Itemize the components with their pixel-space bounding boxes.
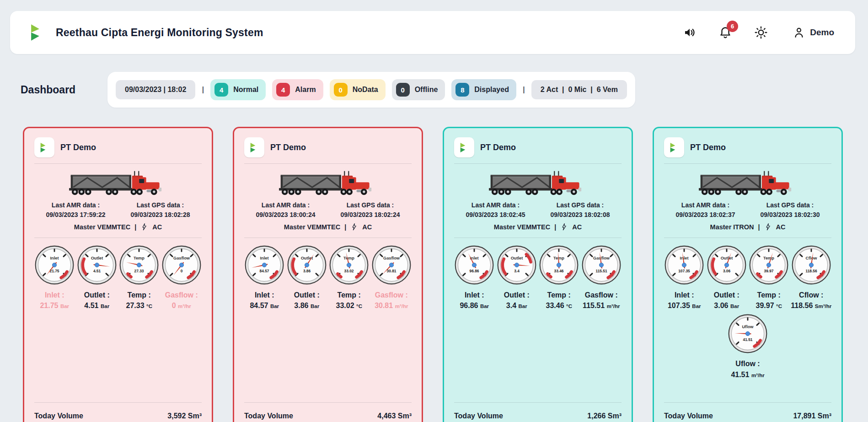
gauges-row: Inlet 21.75 Inlet : 21.75 Bar Outlet 4.5… (33, 245, 203, 311)
svg-text:Temp: Temp (343, 256, 354, 260)
status-badge-displayed[interactable]: 8 Displayed (451, 79, 516, 100)
gauge-temp-icon: Temp 39.97 (749, 245, 789, 285)
notifications-button[interactable]: 6 (718, 26, 732, 39)
gauge-name: Temp : (546, 290, 572, 300)
status-badge-nodata[interactable]: 0 NoData (330, 79, 386, 100)
gauge-value: 41.51 m³/hr (731, 369, 764, 380)
last-gps-label: Last GPS data : (538, 200, 622, 210)
svg-text:0: 0 (180, 269, 182, 273)
site-card-alarm[interactable]: PT Demo (23, 127, 213, 422)
gauge-label: Inlet : 84.57 Bar (250, 290, 279, 311)
site-card-normal[interactable]: PT Demo (443, 127, 633, 422)
gauge-outlet-icon: Outlet 3.4 (497, 245, 537, 285)
last-amr-value: 09/03/2023 17:59:22 (33, 210, 118, 220)
card-header: PT Demo (663, 135, 832, 163)
site-card-alarm[interactable]: PT Demo (233, 127, 423, 422)
last-amr-label: Last AMR data : (243, 200, 328, 210)
site-card-normal[interactable]: PT Demo (653, 127, 843, 422)
divider (34, 238, 202, 238)
gauge-temp: Temp 27.33 Temp : 27.33 °C (118, 245, 161, 311)
theme-toggle-button[interactable] (754, 26, 768, 39)
sun-icon (754, 26, 768, 39)
last-gps-value: 09/03/2023 18:02:08 (538, 210, 622, 220)
company-name: PT Demo (270, 143, 306, 152)
last-gps: Last GPS data : 09/03/2023 18:02:24 (328, 200, 413, 220)
volumes: Today Volume 1,266 Sm³ This Month Volume… (453, 407, 622, 422)
gauge-value: 3.06 Bar (714, 300, 739, 311)
svg-text:21.75: 21.75 (50, 269, 59, 273)
last-amr: Last AMR data : 09/03/2023 18:00:24 (243, 200, 328, 220)
gauge-inlet: Inlet 84.57 Inlet : 84.57 Bar (243, 245, 286, 311)
gauge-gasflow-icon: Gasflow 30.81 (371, 245, 412, 285)
app-title: Reethau Cipta Energi Monitoring System (56, 27, 263, 39)
today-volume-row: Today Volume 17,891 Sm³ (663, 407, 832, 422)
divider (664, 402, 831, 403)
user-menu-button[interactable]: Demo (790, 26, 837, 39)
gauge-name: Outlet : (504, 290, 530, 300)
separator: | (554, 223, 556, 231)
gauge-uflow: Uflow 41.51 Uflow : 41.51 m³/hr (728, 314, 768, 379)
today-volume-value: 1,266 Sm³ (587, 412, 622, 420)
volumes: Today Volume 4,463 Sm³ This Month Volume… (243, 407, 413, 422)
svg-text:Inlet: Inlet (260, 256, 269, 260)
card-meta: Last AMR data : 09/03/2023 18:02:45 Last… (453, 200, 622, 220)
gauge-name: Inlet : (250, 290, 279, 300)
gauge-temp: Temp 33.46 Temp : 33.46 °C (538, 245, 580, 311)
gauge-temp: Temp 39.97 Temp : 39.97 °C (748, 245, 790, 311)
gauge-label: Uflow : 41.51 m³/hr (731, 358, 764, 379)
today-volume-label: Today Volume (34, 412, 83, 420)
gauge-value: 3.86 Bar (294, 300, 320, 311)
company-name: PT Demo (690, 143, 726, 152)
status-badge-offline[interactable]: 0 Offline (392, 79, 445, 100)
gauge-label: Cflow : 118.56 Sm³/hr (791, 290, 831, 311)
separator: | (758, 223, 760, 231)
status-badge-normal[interactable]: 4 Normal (210, 79, 266, 100)
card-header: PT Demo (33, 135, 203, 163)
gauge-name: Uflow : (731, 358, 764, 369)
card-meta: Last AMR data : 09/03/2023 18:02:37 Last… (663, 200, 832, 220)
gauge-outlet: Outlet 3.06 Outlet : 3.06 Bar (706, 245, 748, 311)
svg-text:Outlet: Outlet (300, 256, 313, 260)
today-volume-label: Today Volume (454, 412, 503, 420)
gauge-name: Cflow : (791, 290, 831, 300)
status-badge-alarm[interactable]: 4 Alarm (272, 79, 323, 100)
gauge-outlet: Outlet 4.51 Outlet : 4.51 Bar (76, 245, 118, 311)
master-name: Master ITRON (710, 223, 754, 231)
gauge-name: Inlet : (40, 290, 69, 300)
svg-text:33.46: 33.46 (554, 269, 564, 273)
gauge-inlet: Inlet 96.86 Inlet : 96.86 Bar (453, 245, 496, 311)
last-gps-label: Last GPS data : (328, 200, 413, 210)
gauge-inlet-icon: Inlet 96.86 (454, 245, 494, 285)
svg-text:30.81: 30.81 (386, 269, 396, 273)
svg-text:33.02: 33.02 (344, 269, 354, 273)
svg-text:Outlet: Outlet (720, 256, 733, 260)
extra-gauge-row: Uflow 41.51 Uflow : 41.51 m³/hr (663, 314, 832, 379)
speaker-icon (683, 26, 697, 39)
today-volume-row: Today Volume 4,463 Sm³ (243, 407, 413, 422)
gauge-outlet-icon: Outlet 3.86 (287, 245, 327, 285)
gauge-value: 96.86 Bar (460, 300, 489, 311)
volume-button[interactable] (683, 26, 697, 39)
page-title: Dashboard (21, 84, 107, 96)
company-logo (244, 137, 264, 157)
gauge-inlet-icon: Inlet 107.35 (664, 245, 704, 285)
gauge-label: Gasflow : 30.81 m³/hr (375, 290, 408, 311)
last-gps-label: Last GPS data : (118, 200, 203, 210)
status-label: Normal (233, 86, 258, 94)
master-name: Master VEMMTEC (74, 223, 130, 231)
today-volume-value: 4,463 Sm³ (377, 412, 412, 420)
svg-text:3.4: 3.4 (514, 269, 520, 273)
svg-text:Uflow: Uflow (742, 325, 754, 329)
svg-text:Gasflow: Gasflow (173, 256, 190, 260)
gauge-value: 84.57 Bar (250, 300, 279, 311)
volumes: Today Volume 17,891 Sm³ This Month Volum… (663, 407, 832, 422)
last-gps-value: 09/03/2023 18:02:24 (328, 210, 413, 220)
svg-text:107.35: 107.35 (678, 269, 690, 273)
gauge-value: 107.35 Bar (668, 300, 701, 311)
notification-badge: 6 (727, 21, 738, 32)
gauge-value: 39.97 °C (756, 300, 782, 311)
today-volume-row: Today Volume 3,592 Sm³ (33, 407, 203, 422)
gauge-value: 21.75 Bar (40, 300, 69, 311)
svg-text:Gasflow: Gasflow (383, 256, 400, 260)
gauge-value: 3.4 Bar (504, 300, 530, 311)
